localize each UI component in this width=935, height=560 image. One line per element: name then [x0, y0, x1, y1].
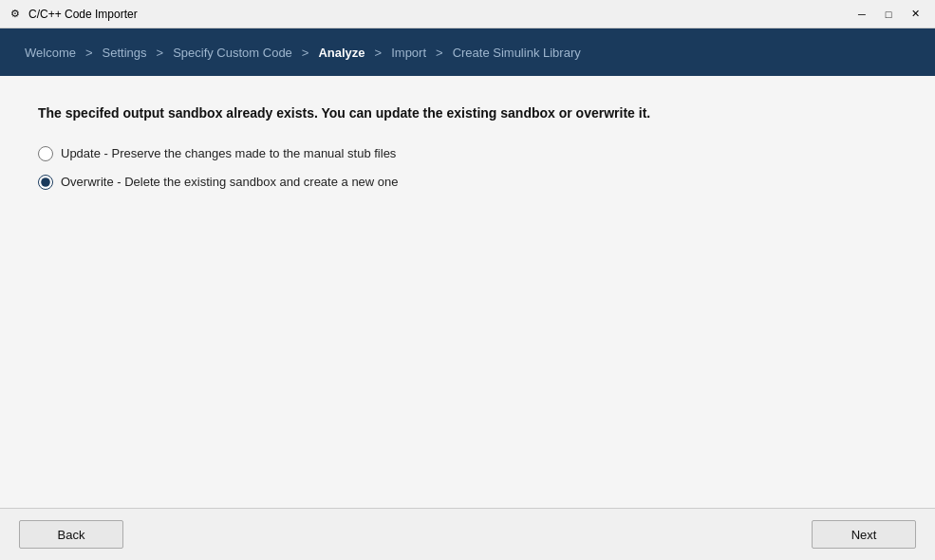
nav-item-settings[interactable]: Settings [97, 46, 153, 60]
window-title: C/C++ Code Importer [28, 8, 138, 21]
nav-bar: Welcome > Settings > Specify Custom Code… [0, 28, 935, 76]
option-update-label: Update - Preserve the changes made to th… [61, 146, 396, 160]
option-update[interactable]: Update - Preserve the changes made to th… [38, 146, 897, 161]
nav-item-analyze[interactable]: Analyze [312, 46, 370, 60]
nav-sep-2: > [153, 46, 168, 60]
next-button[interactable]: Next [812, 520, 916, 549]
back-button[interactable]: Back [19, 520, 123, 549]
minimize-button[interactable]: ─ [850, 5, 874, 24]
close-button[interactable]: ✕ [903, 5, 927, 24]
nav-item-specify-custom-code[interactable]: Specify Custom Code [167, 46, 298, 60]
nav-sep-4: > [371, 46, 386, 60]
option-overwrite-label: Overwrite - Delete the existing sandbox … [61, 175, 399, 189]
radio-update[interactable] [38, 146, 53, 161]
radio-overwrite[interactable] [38, 175, 53, 190]
title-bar-controls: ─ □ ✕ [850, 5, 927, 24]
app-icon: ⚙ [8, 7, 23, 22]
nav-item-welcome[interactable]: Welcome [19, 46, 82, 60]
footer: Back Next [0, 508, 935, 560]
nav-item-create-simulink-library[interactable]: Create Simulink Library [447, 46, 587, 60]
description-text: The specifed output sandbox already exis… [38, 104, 897, 123]
option-overwrite[interactable]: Overwrite - Delete the existing sandbox … [38, 175, 897, 190]
nav-sep-5: > [432, 46, 447, 60]
nav-sep-3: > [298, 46, 313, 60]
title-bar-left: ⚙ C/C++ Code Importer [8, 7, 138, 22]
title-bar: ⚙ C/C++ Code Importer ─ □ ✕ [0, 0, 935, 28]
maximize-button[interactable]: □ [876, 5, 901, 24]
main-content: The specifed output sandbox already exis… [0, 76, 935, 508]
nav-sep-1: > [82, 46, 97, 60]
nav-item-import[interactable]: Import [385, 46, 432, 60]
